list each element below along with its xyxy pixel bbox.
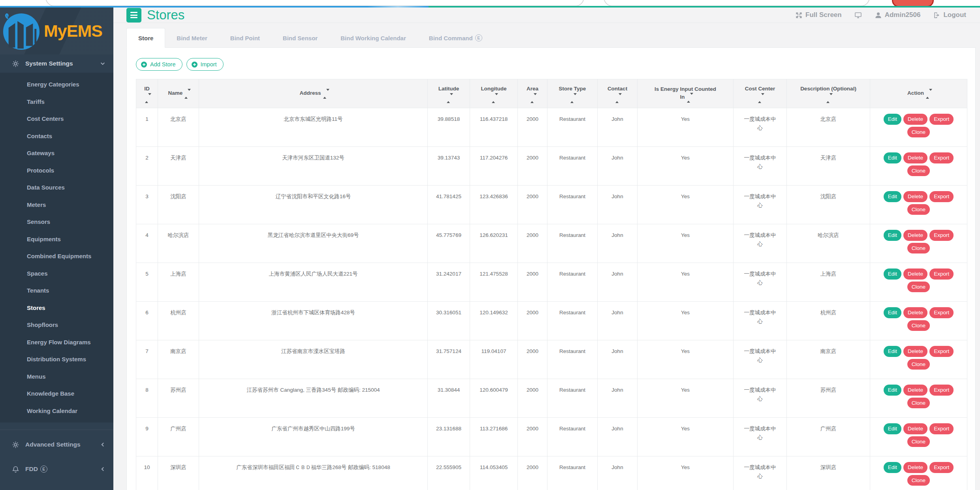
tab-store[interactable]: Store — [126, 28, 165, 48]
sidebar-item-energy-flow-diagrams[interactable]: Energy Flow Diagrams — [0, 334, 113, 351]
delete-button[interactable]: Delete — [903, 462, 927, 473]
sidebar-item-working-calendar[interactable]: Working Calendar — [0, 402, 113, 420]
sidebar-group-fdd[interactable]: FDDE — [0, 457, 113, 481]
sidebar-item-distribution-systems[interactable]: Distribution Systems — [0, 351, 113, 368]
sidebar-item-energy-categories[interactable]: Energy Categories — [0, 76, 113, 93]
sidebar-item-cost-centers[interactable]: Cost Centers — [0, 110, 113, 128]
edit-button[interactable]: Edit — [884, 114, 901, 125]
logout-button[interactable]: Logout — [933, 11, 966, 19]
delete-button[interactable]: Delete — [903, 268, 927, 280]
clone-button[interactable]: Clone — [907, 436, 930, 447]
sidebar-item-meters[interactable]: Meters — [0, 196, 113, 214]
column-header-name[interactable]: Name — [158, 79, 199, 108]
import-button[interactable]: Import — [186, 58, 224, 71]
tab-bind-meter[interactable]: Bind Meter — [165, 28, 219, 47]
sidebar-group-advanced-settings[interactable]: Advanced Settings — [0, 432, 113, 457]
sidebar-item-sensors[interactable]: Sensors — [0, 213, 113, 231]
sidebar-item-gateways[interactable]: Gateways — [0, 145, 113, 162]
edit-button[interactable]: Edit — [884, 152, 901, 163]
column-header-contact[interactable]: Contact — [598, 79, 638, 108]
clone-button[interactable]: Clone — [907, 165, 930, 176]
sort-icon[interactable] — [323, 90, 327, 98]
clone-button[interactable]: Clone — [907, 398, 930, 409]
edit-button[interactable]: Edit — [884, 346, 901, 357]
edit-button[interactable]: Edit — [884, 307, 901, 318]
sort-icon[interactable] — [447, 94, 451, 102]
sort-icon[interactable] — [570, 94, 574, 102]
sidebar-item-stores[interactable]: Stores — [0, 299, 113, 317]
tab-bind-command[interactable]: Bind CommandE — [418, 28, 494, 47]
edit-button[interactable]: Edit — [884, 385, 901, 396]
delete-button[interactable]: Delete — [903, 152, 927, 163]
sort-icon[interactable] — [758, 94, 762, 102]
sort-icon[interactable] — [615, 94, 619, 102]
column-header-description-optional[interactable]: Description (Optional) — [787, 79, 870, 108]
sidebar-item-combined-equipments[interactable]: Combined Equipments — [0, 248, 113, 265]
edit-button[interactable]: Edit — [884, 230, 901, 241]
sidebar-item-equipments[interactable]: Equipments — [0, 231, 113, 248]
add-store-button[interactable]: Add Store — [136, 58, 182, 71]
column-header-is-energy-input-counted-in[interactable]: Is Energy Input CountedIn — [638, 79, 734, 108]
console-button[interactable] — [854, 11, 862, 19]
sort-icon[interactable] — [530, 94, 534, 102]
sidebar-item-shopfloors[interactable]: Shopfloors — [0, 316, 113, 334]
sidebar-item-tariffs[interactable]: Tariffs — [0, 93, 113, 111]
column-header-latitude[interactable]: Latitude — [428, 79, 470, 108]
export-button[interactable]: Export — [929, 268, 954, 280]
sort-icon[interactable] — [184, 90, 188, 98]
export-button[interactable]: Export — [929, 230, 954, 241]
sidebar-item-data-sources[interactable]: Data Sources — [0, 179, 113, 196]
export-button[interactable]: Export — [929, 346, 954, 357]
export-button[interactable]: Export — [929, 307, 954, 318]
column-header-action[interactable]: Action — [870, 79, 967, 108]
column-header-store-type[interactable]: Store Type — [547, 79, 598, 108]
column-header-address[interactable]: Address — [199, 79, 428, 108]
export-button[interactable]: Export — [929, 462, 954, 473]
column-header-longitude[interactable]: Longitude — [470, 79, 518, 108]
column-header-id[interactable]: ID — [136, 79, 158, 108]
edit-button[interactable]: Edit — [884, 191, 901, 202]
export-button[interactable]: Export — [929, 423, 954, 434]
user-menu[interactable]: Admin2506 — [875, 11, 921, 19]
sidebar-item-protocols[interactable]: Protocols — [0, 162, 113, 179]
clone-button[interactable]: Clone — [907, 359, 930, 370]
export-button[interactable]: Export — [929, 385, 954, 396]
sidebar-group-users-privileges[interactable]: Users & Privileges — [0, 481, 113, 490]
tab-bind-sensor[interactable]: Bind Sensor — [271, 28, 329, 47]
clone-button[interactable]: Clone — [907, 127, 930, 138]
sidebar-group-system-settings[interactable]: System Settings — [0, 54, 113, 73]
edit-button[interactable]: Edit — [884, 462, 901, 473]
edit-button[interactable]: Edit — [884, 268, 901, 280]
sidebar-item-menus[interactable]: Menus — [0, 368, 113, 385]
fullscreen-button[interactable]: Full Screen — [795, 11, 842, 19]
sort-icon[interactable] — [145, 94, 149, 102]
column-header-area[interactable]: Area — [518, 79, 547, 108]
tab-bind-point[interactable]: Bind Point — [219, 28, 271, 47]
delete-button[interactable]: Delete — [903, 114, 927, 125]
delete-button[interactable]: Delete — [903, 423, 927, 434]
sort-icon[interactable] — [926, 90, 930, 98]
clone-button[interactable]: Clone — [907, 320, 930, 331]
delete-button[interactable]: Delete — [903, 307, 927, 318]
clone-button[interactable]: Clone — [907, 475, 930, 486]
tab-bind-working-calendar[interactable]: Bind Working Calendar — [329, 28, 418, 47]
sort-icon[interactable] — [492, 94, 496, 102]
clone-button[interactable]: Clone — [907, 204, 930, 215]
edit-button[interactable]: Edit — [884, 423, 901, 434]
clone-button[interactable]: Clone — [907, 282, 930, 293]
delete-button[interactable]: Delete — [903, 346, 927, 357]
sidebar-item-contacts[interactable]: Contacts — [0, 128, 113, 145]
sort-icon[interactable] — [826, 94, 830, 102]
sort-icon[interactable] — [687, 94, 691, 102]
sidebar-item-tenants[interactable]: Tenants — [0, 282, 113, 299]
sidebar-item-spaces[interactable]: Spaces — [0, 265, 113, 282]
delete-button[interactable]: Delete — [903, 230, 927, 241]
export-button[interactable]: Export — [929, 152, 954, 163]
clone-button[interactable]: Clone — [907, 243, 930, 254]
delete-button[interactable]: Delete — [903, 385, 927, 396]
export-button[interactable]: Export — [929, 114, 954, 125]
export-button[interactable]: Export — [929, 191, 954, 202]
sidebar-toggle-button[interactable] — [126, 8, 141, 23]
column-header-cost-center[interactable]: Cost Center — [734, 79, 787, 108]
sidebar-item-knowledge-base[interactable]: Knowledge Base — [0, 385, 113, 402]
